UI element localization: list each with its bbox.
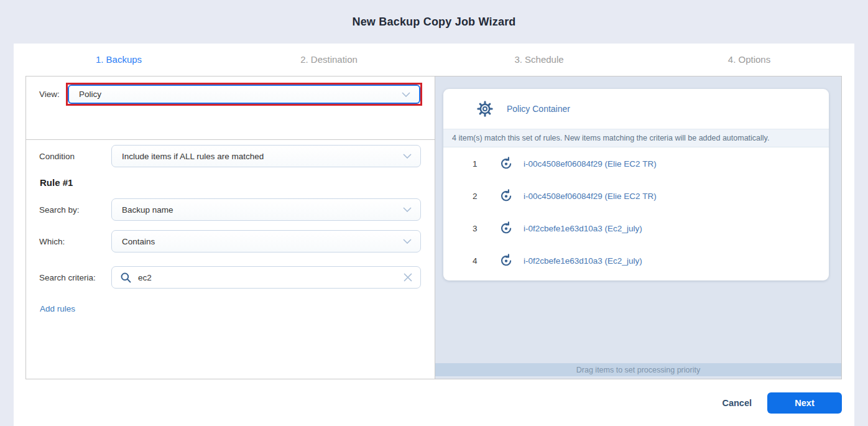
cancel-button[interactable]: Cancel	[722, 398, 752, 408]
view-select[interactable]: Policy	[68, 85, 420, 104]
search-criteria-box	[111, 266, 421, 289]
condition-row: Condition Include items if ALL rules are…	[39, 145, 421, 167]
chevron-down-icon	[403, 154, 412, 159]
condition-label: Condition	[39, 152, 111, 161]
list-item[interactable]: 4 i-0f2cbefe1e63d10a3 (Ec2_july)	[443, 244, 829, 277]
condition-select[interactable]: Include items if ALL rules are matched	[111, 145, 421, 167]
policy-container-header: Policy Container	[443, 89, 829, 129]
search-icon	[120, 272, 132, 284]
tab-backups[interactable]: 1. Backups	[14, 54, 224, 65]
chevron-down-icon	[403, 207, 412, 212]
item-backup-name: i-0f2cbefe1e63d10a3 (Ec2_july)	[524, 256, 642, 266]
backups-step-content: View: Policy Condition Include items if …	[25, 76, 842, 379]
search-by-row: Search by: Backup name	[39, 198, 421, 221]
search-by-select-value: Backup name	[122, 205, 173, 215]
item-priority-number: 1	[473, 159, 499, 169]
which-label: Which:	[39, 237, 111, 246]
search-criteria-row: Search criteria:	[39, 266, 421, 289]
item-backup-name: i-00c4508ef06084f29 (Elie EC2 TR)	[524, 159, 657, 169]
list-item[interactable]: 2 i-00c4508ef06084f29 (Elie EC2 TR)	[443, 180, 829, 212]
tab-options[interactable]: 4. Options	[644, 54, 854, 65]
right-panel-spacer	[435, 280, 841, 363]
rule-heading: Rule #1	[40, 177, 421, 188]
wizard-titlebar: New Backup Copy Job Wizard	[0, 0, 868, 44]
tab-schedule[interactable]: 3. Schedule	[434, 54, 644, 65]
matched-items-list: 1 i-00c4508ef06084f29 (Elie EC2 TR) 2 i-…	[443, 147, 829, 277]
clear-icon[interactable]	[403, 272, 413, 282]
which-row: Which: Contains	[39, 230, 421, 252]
view-select-value: Policy	[79, 90, 101, 99]
which-select-value: Contains	[122, 237, 155, 246]
wizard-title: New Backup Copy Job Wizard	[352, 16, 515, 29]
search-criteria-input[interactable]	[138, 273, 397, 282]
policy-container-title: Policy Container	[507, 104, 570, 114]
backup-restore-icon	[499, 189, 513, 203]
item-backup-name: i-00c4508ef06084f29 (Elie EC2 TR)	[524, 192, 657, 201]
view-section: View: Policy	[26, 76, 435, 140]
match-info-bar: 4 item(s) match this set of rules. New i…	[443, 129, 829, 147]
view-label: View:	[39, 83, 66, 106]
item-priority-number: 4	[473, 256, 499, 266]
search-by-select[interactable]: Backup name	[111, 198, 421, 221]
condition-select-value: Include items if ALL rules are matched	[122, 152, 264, 161]
policy-container-card: Policy Container 4 item(s) match this se…	[443, 89, 829, 280]
search-by-label: Search by:	[39, 205, 111, 215]
rules-panel: View: Policy Condition Include items if …	[25, 76, 435, 379]
item-priority-number: 2	[473, 192, 499, 201]
wizard-dialog: 1. Backups 2. Destination 3. Schedule 4.…	[14, 44, 854, 426]
which-select[interactable]: Contains	[111, 230, 421, 252]
backup-restore-icon	[499, 221, 513, 235]
item-priority-number: 3	[473, 224, 499, 233]
add-rules-link[interactable]: Add rules	[40, 304, 75, 313]
item-backup-name: i-0f2cbefe1e63d10a3 (Ec2_july)	[524, 224, 642, 233]
wizard-actions: Cancel Next	[14, 379, 854, 426]
backup-restore-icon	[499, 157, 513, 170]
drag-hint-bar: Drag items to set processing priority	[435, 363, 841, 376]
list-item[interactable]: 3 i-0f2cbefe1e63d10a3 (Ec2_july)	[443, 212, 829, 244]
chevron-down-icon	[403, 239, 412, 244]
gear-icon	[477, 101, 493, 117]
next-button[interactable]: Next	[767, 392, 842, 414]
tab-destination[interactable]: 2. Destination	[224, 54, 434, 65]
list-item[interactable]: 1 i-00c4508ef06084f29 (Elie EC2 TR)	[443, 147, 829, 180]
search-criteria-label: Search criteria:	[39, 273, 111, 282]
chevron-down-icon	[402, 92, 410, 97]
wizard-steps: 1. Backups 2. Destination 3. Schedule 4.…	[14, 44, 854, 75]
annotation-highlight-box: Policy	[66, 83, 422, 106]
backup-restore-icon	[499, 254, 513, 267]
rules-section: Condition Include items if ALL rules are…	[26, 140, 435, 379]
policy-container-panel: Policy Container 4 item(s) match this se…	[435, 76, 842, 379]
